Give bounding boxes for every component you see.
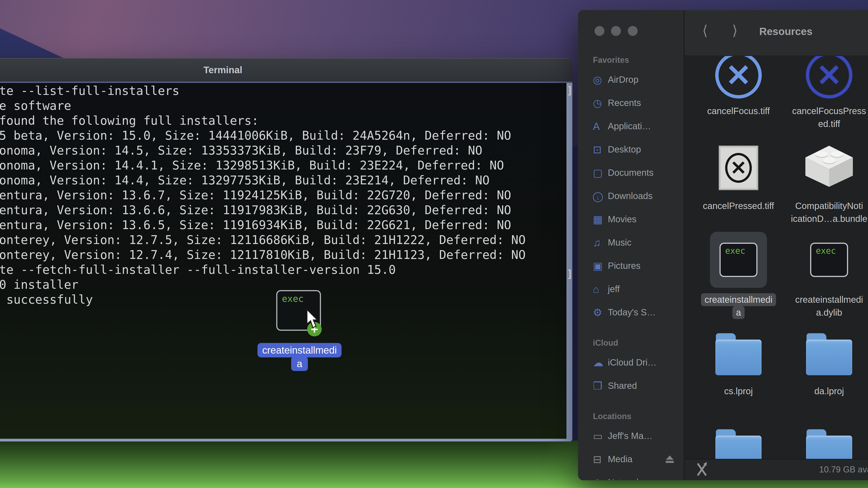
- exec-badge-text: exec: [282, 293, 304, 304]
- terminal-line: entura, Version: 13.6.5, Size: 11916934K…: [0, 218, 526, 232]
- terminal-line: onoma, Version: 14.4, Size: 13297753KiB,…: [0, 173, 526, 188]
- close-window-button[interactable]: [594, 26, 604, 36]
- terminal-border-bottom-line: [0, 439, 572, 442]
- terminal-line: found the following full installers:: [0, 113, 526, 128]
- sidebar-section-locations: Locations: [579, 409, 684, 424]
- terminal-title: Terminal: [204, 65, 242, 75]
- file-item-createinstallmedia-dylib[interactable]: exec: [801, 232, 858, 288]
- read-only-pencil-icon: [695, 463, 709, 477]
- sidebar-item-applicati[interactable]: AApplicati…: [579, 115, 684, 138]
- sidebar-item-label: Downloads: [608, 191, 653, 201]
- sidebar-item-label: Shared: [608, 381, 637, 391]
- cloud-icon: ☁: [593, 357, 608, 369]
- file-item-compatibilitynotiicationd-a-bundle[interactable]: [801, 140, 858, 196]
- file-label[interactable]: cs.lproj: [695, 385, 781, 398]
- forward-button[interactable]: ⟩: [732, 22, 738, 39]
- sidebar-item-network[interactable]: ◍Network: [579, 471, 684, 480]
- terminal-scrollbar[interactable]: [566, 83, 572, 439]
- finder-toolbar: ⟨ ⟩ Resources: [685, 10, 868, 56]
- terminal-line: entura, Version: 13.6.7, Size: 11924125K…: [0, 188, 526, 203]
- file-label[interactable]: createinstallmedia.dylib: [786, 293, 868, 319]
- folder-icon: [715, 333, 762, 375]
- cancel-x-pressed-file-icon: ✕: [806, 56, 852, 98]
- sidebar-item-today-s-s[interactable]: ⚙Today's S…: [579, 301, 684, 324]
- home-icon: ⌂: [593, 283, 608, 295]
- sidebar-item-music[interactable]: ♫Music: [579, 231, 684, 254]
- file-label[interactable]: da.lproj: [786, 385, 868, 398]
- back-button[interactable]: ⟨: [702, 22, 708, 39]
- terminal-line: te --fetch-full-installer --full-install…: [0, 262, 526, 277]
- terminal-line: onterey, Version: 12.7.4, Size: 12117810…: [0, 248, 526, 262]
- sidebar-item-documents[interactable]: ▢Documents: [579, 161, 684, 184]
- terminal-window[interactable]: Terminal te --list-full-installerse soft…: [0, 58, 572, 442]
- terminal-titlebar[interactable]: Terminal: [0, 58, 572, 82]
- sidebar-item-jeff-s-ma[interactable]: ▭Jeff's Ma…: [579, 424, 684, 448]
- download-icon: ↓: [593, 190, 608, 202]
- sidebar-item-icloud-dri[interactable]: ☁iCloud Dri…: [579, 351, 684, 374]
- zoom-window-button[interactable]: [628, 26, 638, 36]
- terminal-line: onterey, Version: 12.7.5, Size: 12116686…: [0, 232, 526, 248]
- file-label[interactable]: cancelFocusPressed.tiff: [786, 105, 868, 130]
- file-item-cancelfocus-tiff[interactable]: ✕: [710, 56, 767, 103]
- sidebar-item-label: Documents: [608, 168, 653, 178]
- sidebar-item-label: AirDrop: [608, 74, 639, 85]
- terminal-content[interactable]: te --list-full-installerse softwarefound…: [0, 83, 572, 442]
- cancel-x-image-thumbnail-icon: ✕: [719, 145, 758, 190]
- clock-icon: ◷: [593, 97, 608, 109]
- sidebar-section-favorites: Favorites: [579, 52, 684, 68]
- available-space-text: 10.79 GB available: [819, 465, 868, 475]
- gear-icon: ⚙: [593, 306, 608, 319]
- terminal-line: onoma, Version: 14.5, Size: 13353373KiB,…: [0, 143, 526, 158]
- drag-ghost-filename-line2: a: [291, 357, 308, 371]
- sidebar-item-label: Movies: [608, 214, 637, 224]
- folder-icon: [806, 333, 852, 375]
- sidebar-item-jeff[interactable]: ⌂jeff: [579, 278, 684, 301]
- document-icon: ▢: [593, 167, 608, 179]
- file-label[interactable]: cancelPressed.tiff: [695, 199, 781, 213]
- laptop-icon: ▭: [593, 430, 608, 442]
- file-label[interactable]: CompatibilityNotiicationD…a.bundle: [786, 199, 868, 225]
- terminal-line: successfully: [0, 292, 526, 307]
- terminal-line: 0 installer: [0, 277, 526, 292]
- airdrop-icon: ◎: [593, 74, 608, 86]
- sidebar-item-downloads[interactable]: ↓Downloads: [579, 184, 684, 207]
- file-item-createinstallmedia[interactable]: exec: [710, 232, 767, 288]
- file-item-cs-lproj[interactable]: [710, 326, 767, 382]
- minimize-window-button[interactable]: [611, 26, 621, 36]
- film-icon: ▦: [593, 213, 608, 225]
- exec-unix-executable-icon: exec: [719, 242, 757, 277]
- selected-icon-highlight: exec: [710, 232, 767, 288]
- file-label[interactable]: createinstallmedia: [695, 293, 781, 319]
- app-store-icon: A: [593, 120, 608, 132]
- sidebar-item-label: jeff: [608, 284, 620, 294]
- finder-window[interactable]: Favorites◎AirDrop◷RecentsAApplicati…⊡Des…: [578, 10, 868, 480]
- sidebar-item-pictures[interactable]: ▣Pictures: [579, 254, 684, 278]
- music-note-icon: ♫: [593, 236, 608, 249]
- sidebar-item-label: Pictures: [608, 261, 641, 271]
- sidebar-item-desktop[interactable]: ⊡Desktop: [579, 138, 684, 161]
- file-item-cancelfocuspressed-tiff[interactable]: ✕: [801, 56, 858, 103]
- sidebar-item-label: Applicati…: [608, 121, 651, 131]
- eject-icon[interactable]: [666, 455, 674, 463]
- terminal-line: entura, Version: 13.6.6, Size: 11917983K…: [0, 203, 526, 218]
- terminal-scroll-mark-bottom: ]: [567, 268, 572, 280]
- pictures-icon: ▣: [593, 260, 608, 272]
- sidebar-item-media[interactable]: ⊟Media: [579, 448, 684, 471]
- file-item-da-lproj[interactable]: [801, 326, 858, 382]
- drive-icon: ⊟: [593, 453, 608, 465]
- mouse-cursor-icon: [306, 309, 320, 330]
- sidebar-item-movies[interactable]: ▦Movies: [579, 207, 684, 231]
- sidebar-section-icloud: iCloud: [579, 335, 684, 351]
- globe-icon: ◍: [593, 477, 608, 480]
- display-icon: ⊡: [593, 143, 608, 156]
- sidebar-item-label: Music: [608, 237, 631, 248]
- sidebar-item-label: Network: [608, 477, 641, 480]
- sidebar-item-recents[interactable]: ◷Recents: [579, 91, 684, 115]
- sidebar-item-shared[interactable]: ❒Shared: [579, 374, 684, 397]
- file-label[interactable]: cancelFocus.tiff: [695, 105, 781, 118]
- finder-sidebar: Favorites◎AirDrop◷RecentsAApplicati…⊡Des…: [579, 10, 684, 480]
- file-item-cancelpressed-tiff[interactable]: ✕: [710, 140, 767, 196]
- terminal-line: te --list-full-installers: [0, 84, 526, 98]
- sidebar-item-label: iCloud Dri…: [608, 357, 657, 367]
- sidebar-item-airdrop[interactable]: ◎AirDrop: [579, 68, 684, 91]
